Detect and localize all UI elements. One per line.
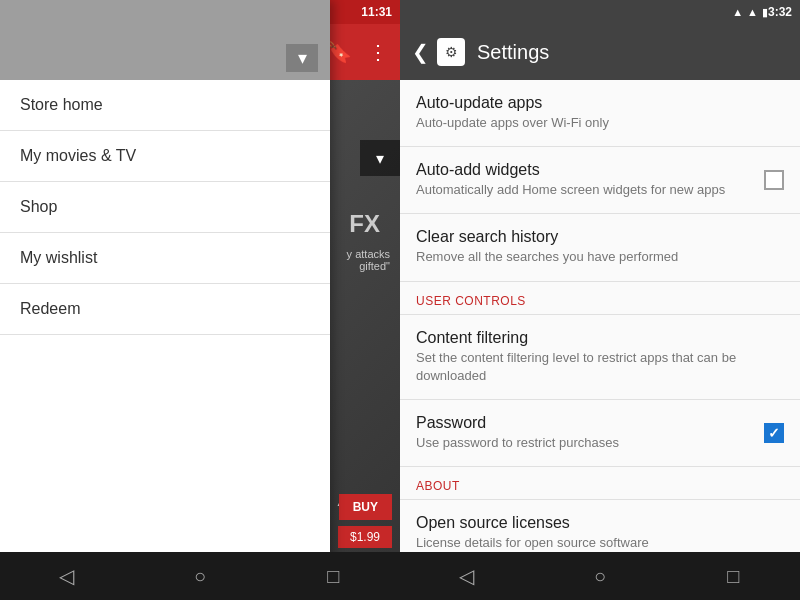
setting-auto-add-widgets-title: Auto-add widgets — [416, 161, 752, 179]
setting-password-title: Password — [416, 414, 752, 432]
bg-text: y attacks gifted" — [347, 248, 390, 272]
drawer-collapse-icon[interactable]: ▾ — [286, 44, 318, 72]
right-navbar: ◁ ○ □ — [400, 552, 800, 600]
right-statusbar: ▲ ▲ ▮ 3:32 — [400, 0, 800, 24]
drawer-item-shop-label: Shop — [20, 198, 57, 216]
price-1[interactable]: $1.99 — [338, 526, 392, 548]
setting-content-filtering-content: Content filtering Set the content filter… — [416, 329, 784, 385]
drawer-item-wishlist-label: My wishlist — [20, 249, 97, 267]
right-app-icon: ⚙ — [437, 38, 465, 66]
left-nav-home[interactable]: ○ — [170, 552, 230, 600]
attacks-line2: gifted" — [347, 260, 390, 272]
setting-auto-update-subtitle: Auto-update apps over Wi-Fi only — [416, 114, 772, 132]
right-toolbar-title: Settings — [477, 41, 549, 64]
about-header: ABOUT — [400, 467, 800, 500]
setting-clear-search-content: Clear search history Remove all the sear… — [416, 228, 784, 266]
fx-logo: FX — [349, 210, 380, 238]
expand-button[interactable]: ▾ — [360, 140, 400, 176]
right-signal-icon: ▲ — [747, 6, 758, 18]
left-navbar: ◁ ○ □ — [0, 552, 400, 600]
drawer-header: ▾ — [0, 0, 330, 80]
auto-add-widgets-checkbox[interactable] — [764, 170, 784, 190]
setting-content-filtering-subtitle: Set the content filtering level to restr… — [416, 349, 772, 385]
setting-clear-search-title: Clear search history — [416, 228, 772, 246]
right-status-icons: ▲ ▲ ▮ — [732, 6, 768, 19]
setting-auto-add-widgets-subtitle: Automatically add Home screen widgets fo… — [416, 181, 752, 199]
drawer-item-redeem[interactable]: Redeem — [0, 284, 330, 335]
right-back-icon[interactable]: ❮ — [412, 40, 429, 64]
left-nav-recents[interactable]: □ — [303, 552, 363, 600]
user-controls-header: USER CONTROLS — [400, 282, 800, 315]
setting-password-content: Password Use password to restrict purcha… — [416, 414, 764, 452]
right-wifi-icon: ▲ — [732, 6, 743, 18]
setting-clear-search-subtitle: Remove all the searches you have perform… — [416, 248, 772, 266]
drawer-item-redeem-label: Redeem — [20, 300, 80, 318]
left-time: 11:31 — [361, 5, 392, 19]
setting-content-filtering[interactable]: Content filtering Set the content filter… — [400, 315, 800, 400]
left-panel: ▲ ▲ ▮ 11:31 ❮ ▶ Movies & TV 🔍 🔖 ⋮ ▾ FX y… — [0, 0, 400, 600]
left-bookmark-icon[interactable]: 🔖 — [327, 40, 352, 64]
drawer-item-shop[interactable]: Shop — [0, 182, 330, 233]
setting-clear-search[interactable]: Clear search history Remove all the sear… — [400, 214, 800, 281]
drawer-item-my-movies[interactable]: My movies & TV — [0, 131, 330, 182]
right-nav-home[interactable]: ○ — [570, 552, 630, 600]
about-title: ABOUT — [416, 479, 784, 493]
nav-drawer: ▾ Store home My movies & TV Shop My wish… — [0, 0, 330, 600]
password-checkbox[interactable] — [764, 423, 784, 443]
setting-open-source-content: Open source licenses License details for… — [416, 514, 784, 552]
right-nav-recents[interactable]: □ — [703, 552, 763, 600]
drawer-item-store-home[interactable]: Store home — [0, 80, 330, 131]
settings-list: Auto-update apps Auto-update apps over W… — [400, 80, 800, 552]
setting-password[interactable]: Password Use password to restrict purcha… — [400, 400, 800, 467]
attacks-line1: y attacks — [347, 248, 390, 260]
left-more-icon[interactable]: ⋮ — [368, 40, 388, 64]
right-nav-back[interactable]: ◁ — [437, 552, 497, 600]
drawer-item-store-home-label: Store home — [20, 96, 103, 114]
setting-content-filtering-title: Content filtering — [416, 329, 772, 347]
setting-open-source-subtitle: License details for open source software — [416, 534, 772, 552]
setting-auto-update-content: Auto-update apps Auto-update apps over W… — [416, 94, 784, 132]
setting-auto-add-widgets-content: Auto-add widgets Automatically add Home … — [416, 161, 764, 199]
buy-button[interactable]: BUY — [339, 494, 392, 520]
right-panel: ▲ ▲ ▮ 3:32 ❮ ⚙ Settings Auto-update apps… — [400, 0, 800, 600]
right-toolbar: ❮ ⚙ Settings — [400, 24, 800, 80]
right-time: 3:32 — [768, 5, 792, 19]
left-nav-back[interactable]: ◁ — [37, 552, 97, 600]
setting-auto-add-widgets[interactable]: Auto-add widgets Automatically add Home … — [400, 147, 800, 214]
drawer-item-my-movies-label: My movies & TV — [20, 147, 136, 165]
setting-password-subtitle: Use password to restrict purchases — [416, 434, 752, 452]
setting-open-source[interactable]: Open source licenses License details for… — [400, 500, 800, 552]
setting-open-source-title: Open source licenses — [416, 514, 772, 532]
drawer-item-wishlist[interactable]: My wishlist — [0, 233, 330, 284]
setting-auto-update-title: Auto-update apps — [416, 94, 772, 112]
setting-auto-update[interactable]: Auto-update apps Auto-update apps over W… — [400, 80, 800, 147]
user-controls-title: USER CONTROLS — [416, 294, 784, 308]
